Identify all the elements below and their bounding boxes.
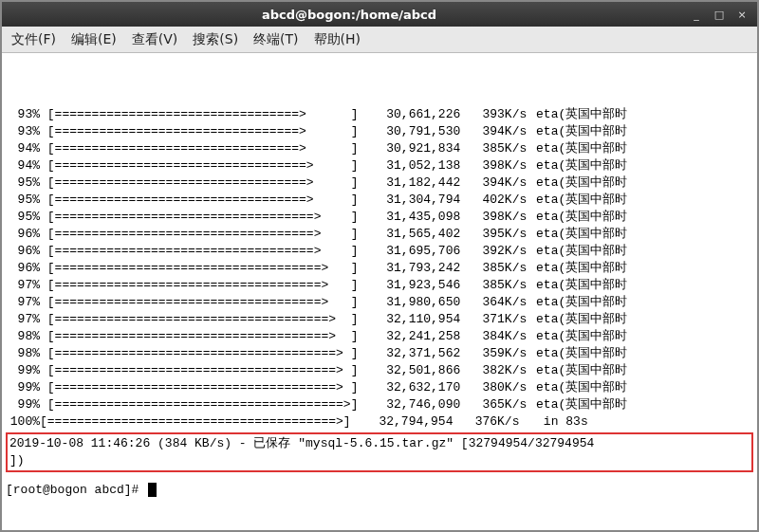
progress-bar: [======================================>… (40, 362, 365, 379)
progress-bar: [=====================================> … (40, 328, 365, 345)
progress-row: 95% [==================================>… (6, 192, 753, 209)
menu-terminal[interactable]: 终端(T) (253, 31, 298, 48)
progress-bytes: 31,435,098 (365, 209, 460, 226)
progress-percent: 96% (6, 260, 40, 277)
progress-bar: [=================================> ] (40, 140, 365, 157)
cursor-icon (148, 483, 157, 497)
progress-percent: 95% (6, 209, 40, 226)
download-complete-box: 2019-10-08 11:46:26 (384 KB/s) - 已保存 "my… (6, 432, 753, 472)
progress-percent: 98% (6, 345, 40, 362)
progress-bar: [====================================> ] (40, 277, 365, 294)
prompt-text: [root@bogon abcd]# (6, 483, 146, 497)
progress-row: 96% [===================================… (6, 226, 753, 243)
progress-row: 99% [===================================… (6, 362, 753, 379)
progress-bytes: 31,980,650 (365, 294, 460, 311)
progress-speed: 402K/s (460, 192, 527, 209)
progress-row: 96% [===================================… (6, 260, 753, 277)
progress-row: 100%[===================================… (6, 413, 753, 431)
progress-bytes: 30,661,226 (365, 106, 460, 123)
menu-help[interactable]: 帮助(H) (314, 31, 361, 48)
progress-speed: 380K/s (460, 379, 527, 396)
menu-edit[interactable]: 编辑(E) (71, 31, 117, 48)
progress-row: 97% [===================================… (6, 311, 753, 328)
terminal-output[interactable]: 93% [=================================> … (2, 53, 757, 530)
progress-percent: 97% (6, 311, 40, 328)
progress-speed: 359K/s (460, 345, 527, 362)
progress-bytes: 32,371,562 (365, 345, 460, 362)
progress-eta: in 83s (519, 413, 587, 431)
progress-eta: eta(英国中部时 (527, 294, 627, 311)
progress-bytes: 31,923,546 (365, 277, 460, 294)
progress-eta: eta(英国中部时 (527, 174, 627, 192)
progress-eta: eta(英国中部时 (527, 123, 627, 140)
maximize-button[interactable]: □ (710, 7, 729, 22)
progress-bytes: 30,921,834 (365, 140, 460, 157)
progress-eta: eta(英国中部时 (527, 226, 627, 243)
progress-bar: [=================================> ] (40, 106, 365, 123)
progress-eta: eta(英国中部时 (527, 311, 627, 328)
progress-row: 99% [===================================… (6, 396, 753, 413)
window-controls: _ □ × (687, 7, 757, 22)
progress-eta: eta(英国中部时 (527, 277, 627, 294)
progress-speed: 398K/s (460, 157, 527, 174)
progress-speed: 394K/s (460, 174, 527, 192)
progress-bar: [===================================> ] (40, 243, 365, 260)
progress-eta: eta(英国中部时 (527, 396, 627, 413)
progress-percent: 97% (6, 277, 40, 294)
progress-row: 95% [===================================… (6, 209, 753, 226)
progress-bytes: 31,182,442 (365, 174, 460, 192)
close-button[interactable]: × (732, 7, 751, 22)
progress-bytes: 30,791,530 (365, 123, 460, 140)
progress-bar: [==================================> ] (40, 192, 365, 209)
progress-bar: [===================================> ] (40, 209, 365, 226)
progress-eta: eta(英国中部时 (527, 260, 627, 277)
progress-row: 98% [===================================… (6, 328, 753, 345)
progress-bar: [===================================> ] (40, 226, 365, 243)
prompt-line[interactable]: [root@bogon abcd]# (6, 482, 753, 499)
progress-percent: 98% (6, 328, 40, 345)
progress-eta: eta(英国中部时 (527, 157, 627, 174)
progress-row: 97% [===================================… (6, 294, 753, 311)
progress-bar: [====================================> ] (40, 294, 365, 311)
window-title: abcd@bogon:/home/abcd (11, 8, 687, 22)
menu-search[interactable]: 搜索(S) (193, 31, 238, 48)
progress-eta: eta(英国中部时 (527, 209, 627, 226)
menu-file[interactable]: 文件(F) (11, 31, 56, 48)
menu-view[interactable]: 查看(V) (132, 31, 178, 48)
progress-eta: eta(英国中部时 (527, 345, 627, 362)
progress-bytes: 31,695,706 (365, 243, 460, 260)
titlebar[interactable]: abcd@bogon:/home/abcd _ □ × (2, 2, 757, 27)
progress-percent: 99% (6, 362, 40, 379)
progress-percent: 99% (6, 379, 40, 396)
progress-percent: 93% (6, 106, 40, 123)
progress-bytes: 31,793,242 (365, 260, 460, 277)
progress-percent: 95% (6, 174, 40, 192)
progress-bar: [======================================>… (40, 379, 365, 396)
progress-bytes: 32,746,090 (365, 396, 460, 413)
progress-bytes: 31,565,402 (365, 226, 460, 243)
progress-percent: 96% (6, 226, 40, 243)
progress-speed: 398K/s (460, 209, 527, 226)
progress-speed: 385K/s (460, 140, 527, 157)
menubar: 文件(F) 编辑(E) 查看(V) 搜索(S) 终端(T) 帮助(H) (2, 27, 757, 53)
progress-bar: [====================================> ] (40, 260, 365, 277)
progress-row: 97% [===================================… (6, 277, 753, 294)
progress-speed: 394K/s (460, 123, 527, 140)
progress-row: 99% [===================================… (6, 379, 753, 396)
progress-speed: 395K/s (460, 226, 527, 243)
progress-bar: [==================================> ] (40, 157, 365, 174)
progress-percent: 95% (6, 192, 40, 209)
maximize-icon: □ (714, 9, 724, 21)
minimize-button[interactable]: _ (687, 7, 706, 22)
progress-row: 94% [==================================>… (6, 157, 753, 174)
progress-percent: 93% (6, 123, 40, 140)
minimize-icon: _ (694, 9, 699, 21)
progress-row: 93% [=================================> … (6, 123, 753, 140)
progress-row: 96% [===================================… (6, 243, 753, 260)
progress-bytes: 31,052,138 (365, 157, 460, 174)
progress-bar: [======================================>… (40, 345, 365, 362)
progress-speed: 376K/s (453, 413, 519, 431)
progress-bar: [=======================================… (40, 396, 365, 413)
saved-line-1: 2019-10-08 11:46:26 (384 KB/s) - 已保存 "my… (9, 435, 750, 452)
progress-percent: 94% (6, 140, 40, 157)
